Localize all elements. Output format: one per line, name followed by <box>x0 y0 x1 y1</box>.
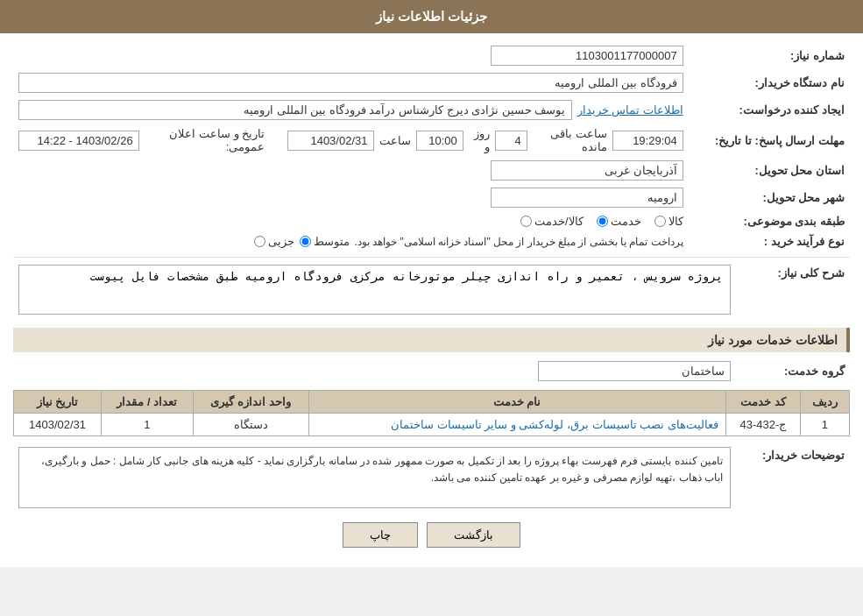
buyer-name-value: فرودگاه بین المللی ارومیه <box>18 73 683 93</box>
date-value: 1403/02/31 <box>287 131 373 151</box>
cell-row: 1 <box>800 414 849 436</box>
table-row: 1 ج-432-43 فعالیت‌های نصب تاسیسات برق، ل… <box>14 414 850 436</box>
cat-kala-khadamat-option[interactable]: کالا/خدمت <box>520 215 584 228</box>
col-count: تعداد / مقدار <box>102 391 194 414</box>
creator-value: یوسف حسین نژادی دیرج کارشناس درآمد فرودگ… <box>18 100 572 120</box>
cat-kala-khadamat-radio[interactable] <box>520 216 532 227</box>
days-value: 4 <box>495 131 527 151</box>
action-buttons: بازگشت چاپ <box>13 522 850 548</box>
cell-date: 1403/02/31 <box>14 414 102 436</box>
print-button[interactable]: چاپ <box>343 522 418 548</box>
category-label: طبقه بندی موضوعی: <box>689 211 850 231</box>
buyer-notes-content: تامین کننده بایستی فرم فهرست بهاء پروژه … <box>18 447 731 508</box>
need-number-value: 1103001177000007 <box>491 46 683 66</box>
proc-mottaset-option[interactable]: متوسط <box>300 235 350 248</box>
province-label: استان محل تحویل: <box>689 157 850 184</box>
remaining-time: 19:29:04 <box>612 131 683 151</box>
col-row: ردیف <box>800 391 849 414</box>
remaining-label: ساعت باقی مانده <box>533 127 607 153</box>
cat-khadamat-radio[interactable] <box>597 216 608 227</box>
cell-unit: دستگاه <box>193 414 308 436</box>
proc-jozii-radio[interactable] <box>254 236 265 247</box>
buyer-name-label: نام دستگاه خریدار: <box>689 69 850 96</box>
buyer-notes-label: توضیحات خریدار: <box>736 443 850 512</box>
cell-code: ج-432-43 <box>725 414 800 436</box>
announce-label: تاریخ و ساعت اعلان عمومی: <box>145 127 265 153</box>
city-label: شهر محل تحویل: <box>689 184 850 211</box>
need-number-label: شماره نیاز: <box>689 42 850 69</box>
proc-mottaset-label: متوسط <box>314 235 350 248</box>
process-label: نوع فرآیند خرید : <box>689 231 850 251</box>
need-desc-textarea[interactable]: پروژه سرویس ، تعمیر و راه اندازی چیلر مو… <box>18 265 731 315</box>
page-header: جزئیات اطلاعات نیاز <box>0 0 863 33</box>
cat-khadamat-option[interactable]: خدمت <box>597 215 641 228</box>
province-value: آذربایجان غربی <box>491 160 683 181</box>
cell-count: 1 <box>102 414 194 436</box>
col-date: تاریخ نیاز <box>14 391 102 414</box>
contact-link[interactable]: اطلاعات تماس خریدار <box>577 103 683 117</box>
cell-name: فعالیت‌های نصب تاسیسات برق، لوله‌کشی و س… <box>308 414 725 436</box>
cat-kala-radio[interactable] <box>654 216 666 227</box>
proc-mottaset-radio[interactable] <box>300 236 311 247</box>
city-value: ارومیه <box>491 188 683 208</box>
deadline-label: مهلت ارسال پاسخ: تا تاریخ: <box>689 124 850 157</box>
cat-kala-khadamat-label: کالا/خدمت <box>534 215 584 228</box>
time-label: ساعت <box>379 134 411 147</box>
page-title: جزئیات اطلاعات نیاز <box>376 9 487 24</box>
col-name: نام خدمت <box>308 391 725 414</box>
time-value: 10:00 <box>416 131 463 151</box>
back-button[interactable]: بازگشت <box>427 522 520 548</box>
creator-label: ایجاد کننده درخواست: <box>689 96 850 124</box>
process-note: پرداخت تمام یا بخشی از مبلغ خریدار از مح… <box>355 236 683 248</box>
service-group-value: ساختمان <box>538 361 731 381</box>
service-info-header: اطلاعات خدمات مورد نیاز <box>13 328 850 352</box>
col-unit: واحد اندازه گیری <box>193 391 308 414</box>
cat-khadamat-label: خدمت <box>611 215 641 228</box>
days-label: روز و <box>469 127 490 153</box>
col-code: کد خدمت <box>725 391 800 414</box>
cat-kala-option[interactable]: کالا <box>654 215 683 228</box>
announce-value: 1403/02/26 - 14:22 <box>18 131 139 151</box>
service-group-label: گروه خدمت: <box>736 358 850 385</box>
cat-kala-label: کالا <box>668 215 683 228</box>
proc-jozii-label: جزیی <box>268 235 294 248</box>
proc-jozii-option[interactable]: جزیی <box>254 235 294 248</box>
need-desc-label: شرح کلی نیاز: <box>736 261 850 321</box>
services-table: ردیف کد خدمت نام خدمت واحد اندازه گیری ت… <box>13 390 850 436</box>
